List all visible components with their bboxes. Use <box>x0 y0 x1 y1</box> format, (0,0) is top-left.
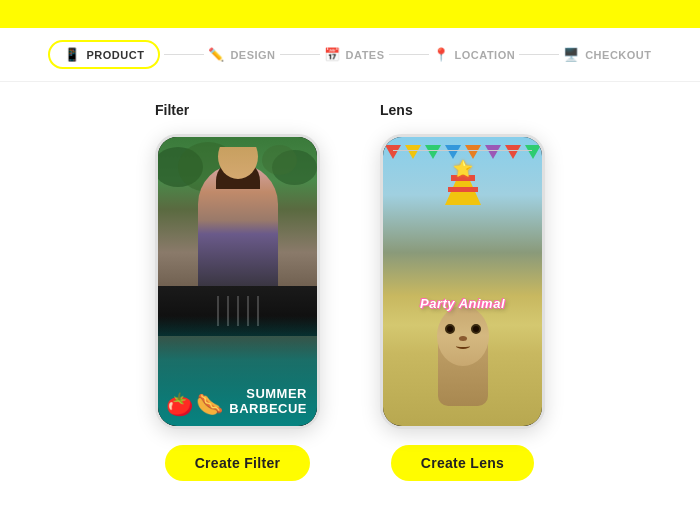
location-icon: 📍 <box>433 47 449 62</box>
lens-phone-mockup: ⭐ <box>380 134 545 429</box>
design-icon: ✏️ <box>208 47 224 62</box>
nav-steps: 📱 PRODUCT ✏️ DESIGN 📅 DATES 📍 LOCATION 🖥… <box>0 28 700 82</box>
meerkat-eye-right <box>471 324 481 334</box>
person-body <box>198 164 278 304</box>
ketchup-icon: 🍅 <box>166 392 193 418</box>
flag-red <box>385 145 401 159</box>
step-product-label: PRODUCT <box>86 49 144 61</box>
connector-1 <box>164 54 204 55</box>
checkout-icon: 🖥️ <box>563 47 579 62</box>
flag-red-2 <box>505 145 521 159</box>
filter-title: Filter <box>155 102 189 118</box>
meerkat-eyes <box>445 324 481 334</box>
connector-3 <box>389 54 429 55</box>
dates-icon: 📅 <box>324 47 340 62</box>
hat-star: ⭐ <box>453 159 473 178</box>
meerkat-face <box>437 306 489 366</box>
step-dates-label: DATES <box>346 49 385 61</box>
filter-section: Filter <box>155 102 320 481</box>
step-product[interactable]: 📱 PRODUCT <box>48 40 160 69</box>
connector-2 <box>280 54 320 55</box>
flag-purple <box>485 145 501 159</box>
create-lens-button[interactable]: Create Lens <box>391 445 534 481</box>
connector-4 <box>519 54 559 55</box>
condiment-icons: 🍅 🌭 <box>166 392 223 418</box>
step-checkout[interactable]: 🖥️ CHECKOUT <box>563 47 651 62</box>
mustard-icon: 🌭 <box>196 392 223 418</box>
step-location[interactable]: 📍 LOCATION <box>433 47 516 62</box>
filter-background: SUMMERBARBECUE 🍅 🌭 <box>158 137 317 426</box>
meerkat-torso <box>438 316 488 406</box>
lens-background: ⭐ <box>383 137 542 426</box>
bunting-line <box>393 150 532 151</box>
filter-screen: SUMMERBARBECUE 🍅 🌭 <box>158 137 317 426</box>
step-design-label: DESIGN <box>230 49 275 61</box>
filter-phone-mockup: SUMMERBARBECUE 🍅 🌭 <box>155 134 320 429</box>
lens-screen: ⭐ <box>383 137 542 426</box>
flag-green-2 <box>525 145 541 159</box>
step-location-label: LOCATION <box>455 49 516 61</box>
meerkat-nose <box>459 336 467 341</box>
filter-overlay-text: SUMMERBARBECUE <box>229 387 307 416</box>
product-icon: 📱 <box>64 47 80 62</box>
step-checkout-label: CHECKOUT <box>585 49 651 61</box>
lens-title: Lens <box>380 102 413 118</box>
flag-green <box>425 145 441 159</box>
meerkat-eye-left <box>445 324 455 334</box>
step-dates[interactable]: 📅 DATES <box>324 47 385 62</box>
party-animal-text: Party Animal <box>383 296 542 311</box>
flag-orange <box>465 145 481 159</box>
top-bar <box>0 0 700 28</box>
meerkat-mouth <box>456 343 470 349</box>
flag-yellow <box>405 145 421 159</box>
lens-section: Lens <box>380 102 545 481</box>
main-content: Filter <box>0 82 700 501</box>
meerkat-body <box>428 256 498 406</box>
hat-stripe-2 <box>448 187 478 192</box>
create-filter-button[interactable]: Create Filter <box>165 445 311 481</box>
step-design[interactable]: ✏️ DESIGN <box>208 47 275 62</box>
flag-blue <box>445 145 461 159</box>
